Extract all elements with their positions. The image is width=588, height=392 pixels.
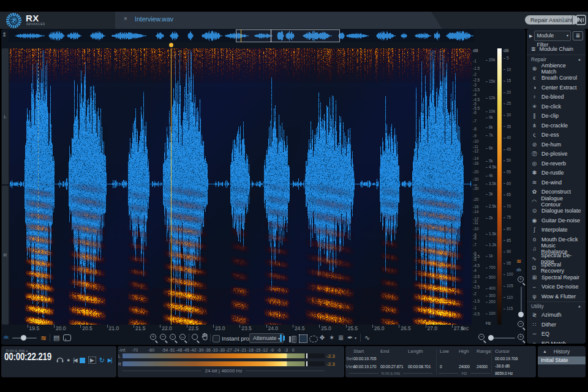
ruler-tick-label: -4.5 <box>473 263 480 268</box>
module-item-de-rustle[interactable]: ✽De-rustle <box>527 168 586 178</box>
zoom-in-icon[interactable]: + <box>150 334 159 342</box>
module-item-voice-de-noise[interactable]: ⌣Voice De-noise <box>527 282 586 292</box>
go-to-end-button[interactable]: ▶| <box>108 357 111 363</box>
module-item-de-ess[interactable]: ςDe-ess <box>527 130 586 140</box>
spectrogram-colorbar[interactable] <box>497 48 502 325</box>
history-item[interactable]: Initial State <box>538 356 586 364</box>
module-item-label: Spectral Repair <box>541 274 579 281</box>
zoom-selection-icon[interactable]: ▫ <box>170 334 178 342</box>
section-header-utility[interactable]: Utility▲ <box>527 301 586 311</box>
waveform-view-toggle[interactable] <box>279 334 286 342</box>
module-chain-item[interactable]: ≣ Module Chain <box>527 43 586 55</box>
ruler-tick-label: -3.5 <box>473 88 480 92</box>
de-reverb-icon: ◎ <box>530 160 538 167</box>
tab-label[interactable]: Interview.wav <box>135 15 173 23</box>
chevron-down-icon[interactable]: ▾ <box>355 336 356 340</box>
module-item-wow-flutter[interactable]: ψWow & Flutter <box>527 292 586 301</box>
tooltip-icon[interactable] <box>63 334 71 341</box>
layout-menu-icon[interactable]: ≣ <box>573 31 583 40</box>
module-chain-label: Module Chain <box>540 46 574 52</box>
horizontal-zoom-out-icon[interactable]: − <box>478 334 487 342</box>
module-item-de-bleed[interactable]: ♀De-bleed <box>527 92 586 102</box>
spectrogram-blend-icon[interactable]: ≋ <box>516 258 521 265</box>
ruler-tick-label: -12 <box>473 149 478 153</box>
ruler-tick-label: 1.5k <box>486 232 496 236</box>
module-item-de-crackle[interactable]: ⋔De-crackle <box>527 121 586 130</box>
module-item-dither[interactable]: ∷Dither <box>527 320 586 330</box>
free-selection-icon[interactable]: ∿ <box>364 334 370 342</box>
module-item-de-click[interactable]: ✳De-click <box>527 102 586 111</box>
module-item-label: Breath Control <box>541 75 577 81</box>
waveform-blend-icon[interactable]: ıllı <box>516 267 521 273</box>
module-item-eq-match[interactable]: ≈EQ Match <box>527 339 586 344</box>
zoom-reset-icon[interactable]: ↔ <box>179 334 188 342</box>
hand-tool-icon[interactable] <box>201 333 209 342</box>
brush-select-tool[interactable]: ❖ <box>319 334 325 342</box>
channel-strip-left[interactable]: L <box>2 48 9 184</box>
spectral-recovery-icon: Ω <box>530 265 538 271</box>
module-item-dialogue-isolate[interactable]: ⊙Dialogue Isolate <box>527 206 586 216</box>
module-item-breath-control[interactable]: εBreath Control <box>527 74 586 83</box>
module-item-spectral-recovery[interactable]: ΩSpectral Recovery <box>527 263 586 273</box>
module-item-de-plosive[interactable]: ⓅDe-plosive <box>527 149 586 159</box>
presets-icon[interactable]: ▤ <box>53 334 59 342</box>
module-item-spectral-repair[interactable]: ⊞Spectral Repair <box>527 273 586 282</box>
module-item-de-reverb[interactable]: ◎De-reverb <box>527 159 586 168</box>
module-filter-dropdown[interactable]: Module Filter ▾ <box>534 31 571 41</box>
module-item-de-wind[interactable]: ≋De-wind <box>527 178 586 187</box>
zoom-out-icon[interactable]: − <box>160 334 168 342</box>
go-to-start-button[interactable]: |◀ <box>73 357 76 363</box>
module-item-azimuth[interactable]: ≷Azimuth <box>527 311 586 320</box>
horizontal-zoom-handle[interactable] <box>488 335 494 341</box>
de-ess-icon: ς <box>530 132 538 138</box>
time-tick-label: 22.0 <box>162 325 172 331</box>
module-item-de-clip[interactable]: ∥De-clip <box>527 111 586 121</box>
horizontal-zoom-in-icon[interactable]: + <box>518 334 526 342</box>
ruler-tick-label: -3 <box>473 83 477 87</box>
module-item-center-extract[interactable]: ◑Center Extract <box>527 83 586 92</box>
audio-format-label[interactable]: 24-bit | 48000 Hz <box>123 368 325 374</box>
channel-strip-right[interactable]: R <box>2 186 9 325</box>
harmonics-select-tool[interactable]: ≣ <box>338 334 344 342</box>
play-button[interactable]: ▶ <box>88 356 96 364</box>
monitor-icon[interactable] <box>56 356 64 364</box>
time-tick-label: 26.5 <box>401 325 411 331</box>
module-item-dialogue-contour[interactable]: ◠Dialogue Contour <box>527 197 586 206</box>
time-tick <box>293 325 293 328</box>
time-frequency-select-tool[interactable] <box>299 334 307 343</box>
monitor-level-icon[interactable]: ıllı <box>4 334 9 340</box>
module-item-de-hum[interactable]: ⊘De-hum <box>527 140 586 149</box>
ni-logo-icon[interactable] <box>576 15 586 28</box>
module-item-guitar-de-noise[interactable]: ◉Guitar De-noise <box>527 216 586 225</box>
record-button[interactable]: ● <box>67 357 70 363</box>
module-item-eq[interactable]: ∼EQ <box>527 330 586 339</box>
preview-play-icon[interactable]: ▶ <box>529 34 532 39</box>
loop-button[interactable]: ↻ <box>99 356 105 364</box>
magnify-tool-icon[interactable] <box>192 334 200 342</box>
spectrogram-view-toggle[interactable] <box>289 334 296 342</box>
process-mode-dropdown[interactable]: Attenuate ▾ <box>249 333 284 343</box>
ruler-tick-label: -2 <box>473 292 477 296</box>
instant-process-checkbox[interactable] <box>213 335 220 342</box>
meter-scale-label: -30 <box>219 348 225 352</box>
spectrogram-settings-icon[interactable]: ≋ <box>40 334 47 342</box>
vertical-zoom-handle[interactable] <box>518 312 524 317</box>
playhead-handle[interactable] <box>169 43 173 47</box>
feather-tool[interactable]: ✒ <box>347 334 353 342</box>
vertical-zoom-in-icon[interactable]: + <box>518 276 526 285</box>
module-item-ambience-match[interactable]: ⊕Ambience Match <box>527 64 586 74</box>
spectrogram-display[interactable] <box>10 48 472 325</box>
meter-scale-label: -3 <box>284 348 288 352</box>
tab-close-icon[interactable]: × <box>124 15 127 22</box>
vertical-zoom-out-icon[interactable]: − <box>518 321 526 330</box>
vertical-zoom-slider[interactable] <box>521 287 522 315</box>
monitor-volume-handle[interactable] <box>21 335 26 341</box>
stop-button[interactable] <box>80 358 85 363</box>
waveform-overview[interactable] <box>9 29 474 42</box>
magic-wand-tool[interactable]: ✶ <box>329 334 334 342</box>
lasso-select-tool[interactable] <box>309 336 318 342</box>
overview-resize-handle[interactable]: ⇕ <box>2 31 7 38</box>
time-tick-label: 25.5 <box>348 325 358 331</box>
signature-icon[interactable] <box>559 15 570 27</box>
module-item-interpolate[interactable]: ʃInterpolate <box>527 225 586 235</box>
